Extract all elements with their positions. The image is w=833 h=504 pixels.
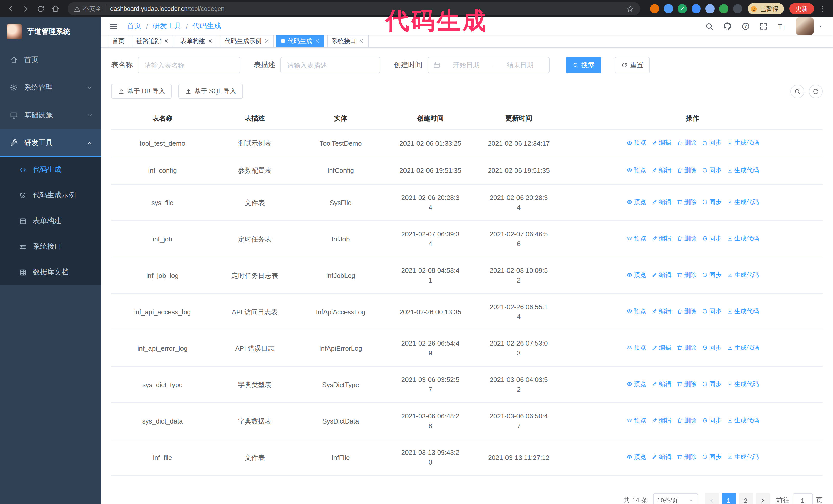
action-edit[interactable]: 编辑 — [651, 307, 671, 316]
action-preview[interactable]: 预览 — [626, 270, 646, 280]
action-preview[interactable]: 预览 — [626, 165, 646, 175]
page-button-1[interactable]: 1 — [721, 493, 736, 504]
close-icon[interactable] — [315, 39, 320, 44]
action-preview[interactable]: 预览 — [626, 343, 646, 353]
extension-icon-3[interactable]: ✓ — [678, 4, 687, 13]
sidebar-item-api[interactable]: 系统接口 — [0, 234, 101, 259]
extension-icon-2[interactable] — [664, 4, 673, 13]
action-edit[interactable]: 编辑 — [651, 165, 671, 175]
action-generate[interactable]: 生成代码 — [727, 270, 759, 280]
action-preview[interactable]: 预览 — [626, 234, 646, 243]
action-generate[interactable]: 生成代码 — [727, 452, 759, 462]
prev-page-button[interactable] — [705, 493, 719, 504]
action-edit[interactable]: 编辑 — [651, 416, 671, 426]
browser-update-button[interactable]: 更新 — [789, 3, 814, 14]
page-button-2[interactable]: 2 — [738, 493, 753, 504]
browser-home-icon[interactable] — [49, 2, 62, 16]
sidebar-item-infra[interactable]: 基础设施 — [0, 101, 101, 129]
import-sql-button[interactable]: 基于 SQL 导入 — [178, 83, 243, 99]
reset-button[interactable]: 重置 — [615, 57, 650, 73]
action-sync[interactable]: 同步 — [701, 416, 721, 426]
action-delete[interactable]: 删除 — [676, 307, 696, 316]
action-delete[interactable]: 删除 — [676, 234, 696, 243]
action-generate[interactable]: 生成代码 — [727, 379, 759, 389]
action-delete[interactable]: 删除 — [676, 343, 696, 353]
action-preview[interactable]: 预览 — [626, 138, 646, 148]
font-size-icon[interactable]: TT — [777, 21, 787, 31]
action-sync[interactable]: 同步 — [701, 343, 721, 353]
address-bar[interactable]: 不安全 dashboard.yudao.iocoder.cn/tool/code… — [68, 2, 640, 16]
action-generate[interactable]: 生成代码 — [727, 197, 759, 207]
app-logo[interactable]: 芋道管理系统 — [0, 18, 101, 46]
refresh-table-button[interactable] — [809, 85, 823, 98]
breadcrumb-item[interactable]: 研发工具 — [152, 22, 181, 31]
extension-icon-4[interactable] — [691, 4, 701, 13]
action-preview[interactable]: 预览 — [626, 452, 646, 462]
action-edit[interactable]: 编辑 — [651, 197, 671, 207]
action-preview[interactable]: 预览 — [626, 197, 646, 207]
action-generate[interactable]: 生成代码 — [727, 307, 759, 316]
browser-menu-icon[interactable] — [815, 2, 829, 16]
tag-3[interactable]: 代码生成示例 — [220, 35, 274, 47]
table-name-input[interactable] — [138, 57, 240, 73]
sidebar-item-codegen[interactable]: 代码生成 — [0, 157, 101, 183]
github-icon[interactable] — [723, 22, 732, 31]
extension-icon-1[interactable] — [650, 4, 659, 13]
action-edit[interactable]: 编辑 — [651, 234, 671, 243]
action-generate[interactable]: 生成代码 — [727, 165, 759, 175]
tag-0[interactable]: 首页 — [108, 35, 129, 47]
import-db-button[interactable]: 基于 DB 导入 — [111, 83, 172, 99]
browser-reload-icon[interactable] — [34, 2, 47, 16]
action-delete[interactable]: 删除 — [676, 197, 696, 207]
action-preview[interactable]: 预览 — [626, 416, 646, 426]
toggle-search-button[interactable] — [790, 85, 804, 98]
browser-forward-icon[interactable] — [19, 2, 32, 16]
goto-page-input[interactable] — [792, 493, 813, 504]
action-edit[interactable]: 编辑 — [651, 138, 671, 148]
action-generate[interactable]: 生成代码 — [727, 416, 759, 426]
user-avatar[interactable] — [796, 18, 813, 35]
table-desc-input[interactable] — [280, 57, 380, 73]
action-sync[interactable]: 同步 — [701, 197, 721, 207]
action-preview[interactable]: 预览 — [626, 307, 646, 316]
bookmark-star-icon[interactable] — [626, 5, 634, 13]
action-sync[interactable]: 同步 — [701, 270, 721, 280]
action-delete[interactable]: 删除 — [676, 165, 696, 175]
action-preview[interactable]: 预览 — [626, 379, 646, 389]
tag-2[interactable]: 表单构建 — [176, 35, 217, 47]
action-sync[interactable]: 同步 — [701, 452, 721, 462]
close-icon[interactable] — [264, 39, 269, 44]
action-edit[interactable]: 编辑 — [651, 452, 671, 462]
action-delete[interactable]: 删除 — [676, 138, 696, 148]
action-edit[interactable]: 编辑 — [651, 343, 671, 353]
next-page-button[interactable] — [755, 493, 770, 504]
action-sync[interactable]: 同步 — [701, 234, 721, 243]
hamburger-icon[interactable] — [109, 21, 118, 31]
action-edit[interactable]: 编辑 — [651, 270, 671, 280]
browser-back-icon[interactable] — [4, 2, 18, 16]
search-icon[interactable] — [705, 22, 714, 30]
close-icon[interactable] — [164, 39, 169, 44]
action-generate[interactable]: 生成代码 — [727, 138, 759, 148]
tag-1[interactable]: 链路追踪 — [132, 35, 173, 47]
chevron-down-icon[interactable] — [818, 23, 824, 29]
sidebar-item-db-doc[interactable]: 数据库文档 — [0, 259, 101, 285]
action-generate[interactable]: 生成代码 — [727, 343, 759, 353]
sidebar-item-form-builder[interactable]: 表单构建 — [0, 208, 101, 234]
action-edit[interactable]: 编辑 — [651, 379, 671, 389]
sidebar-item-devtools[interactable]: 研发工具 — [0, 129, 101, 157]
paused-badge[interactable]: 已暂停 — [748, 3, 784, 14]
action-generate[interactable]: 生成代码 — [727, 234, 759, 243]
page-size-select[interactable]: 10条/页 — [653, 493, 698, 504]
sidebar-item-home[interactable]: 首页 — [0, 46, 101, 74]
search-button[interactable]: 搜索 — [566, 57, 601, 73]
breadcrumb-item[interactable]: 首页 — [127, 22, 142, 31]
extension-icon-5[interactable] — [705, 4, 715, 13]
help-icon[interactable]: ? — [741, 22, 750, 30]
action-sync[interactable]: 同步 — [701, 165, 721, 175]
extension-icon-7[interactable] — [733, 4, 742, 13]
sidebar-item-system[interactable]: 系统管理 — [0, 74, 101, 101]
tag-4[interactable]: 代码生成 — [276, 35, 325, 47]
action-sync[interactable]: 同步 — [701, 138, 721, 148]
action-delete[interactable]: 删除 — [676, 452, 696, 462]
